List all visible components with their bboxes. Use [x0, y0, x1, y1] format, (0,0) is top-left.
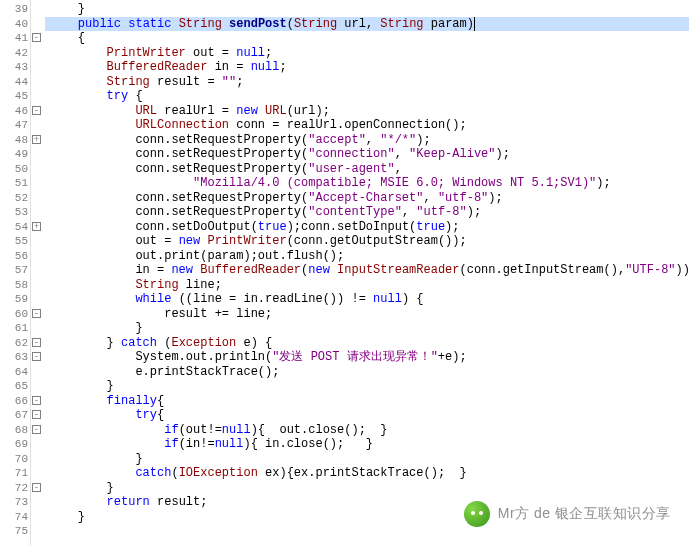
fold-toggle-icon[interactable]: - [32, 309, 41, 318]
line-number: 54 [0, 220, 30, 235]
code-line: try{ [45, 408, 689, 423]
line-number: 72 [0, 481, 30, 496]
fold-toggle-icon[interactable]: - [32, 338, 41, 347]
line-number: 53 [0, 205, 30, 220]
line-number: 74 [0, 510, 30, 525]
line-number: 58 [0, 278, 30, 293]
code-line: try { [45, 89, 689, 104]
code-line: finally{ [45, 394, 689, 409]
line-number: 60 [0, 307, 30, 322]
code-line: } [45, 379, 689, 394]
line-number: 57 [0, 263, 30, 278]
code-line: } [45, 321, 689, 336]
line-number: 50 [0, 162, 30, 177]
code-line: conn.setRequestProperty("connection", "K… [45, 147, 689, 162]
code-line: catch(IOException ex){ex.printStackTrace… [45, 466, 689, 481]
code-line: out = new PrintWriter(conn.getOutputStre… [45, 234, 689, 249]
code-line: { [45, 31, 689, 46]
code-line: out.print(param);out.flush(); [45, 249, 689, 264]
line-number: 47 [0, 118, 30, 133]
code-line: String result = ""; [45, 75, 689, 90]
line-number: 71 [0, 466, 30, 481]
code-line: } [45, 452, 689, 467]
code-line: conn.setRequestProperty("user-agent", [45, 162, 689, 177]
fold-toggle-icon[interactable]: - [32, 33, 41, 42]
code-line: result += line; [45, 307, 689, 322]
line-number: 40 [0, 17, 30, 32]
code-line: } [45, 2, 689, 17]
line-number: 61 [0, 321, 30, 336]
line-number: 69 [0, 437, 30, 452]
line-number: 45 [0, 89, 30, 104]
line-number: 56 [0, 249, 30, 264]
line-number: 70 [0, 452, 30, 467]
fold-toggle-icon[interactable]: - [32, 425, 41, 434]
code-line: String line; [45, 278, 689, 293]
code-line: PrintWriter out = null; [45, 46, 689, 61]
line-number: 44 [0, 75, 30, 90]
line-number: 59 [0, 292, 30, 307]
code-line: URL realUrl = new URL(url); [45, 104, 689, 119]
line-number: 49 [0, 147, 30, 162]
code-line: conn.setRequestProperty("Accept-Charset"… [45, 191, 689, 206]
fold-toggle-icon[interactable]: - [32, 106, 41, 115]
line-number: 64 [0, 365, 30, 380]
code-area[interactable]: } public static String sendPost(String u… [45, 0, 689, 545]
code-line: } [45, 481, 689, 496]
fold-toggle-icon[interactable]: - [32, 352, 41, 361]
line-number: 67 [0, 408, 30, 423]
line-number-gutter: 3940414243444546474849505152535455565758… [0, 0, 31, 545]
wechat-icon [464, 501, 490, 527]
fold-toggle-icon[interactable]: + [32, 135, 41, 144]
code-line: conn.setRequestProperty("contentType", "… [45, 205, 689, 220]
line-number: 46 [0, 104, 30, 119]
line-number: 63 [0, 350, 30, 365]
watermark: Mr方 de 银企互联知识分享 [464, 501, 671, 527]
code-line: public static String sendPost(String url… [45, 17, 689, 32]
line-number: 62 [0, 336, 30, 351]
line-number: 52 [0, 191, 30, 206]
code-line: while ((line = in.readLine()) != null) { [45, 292, 689, 307]
code-line: "Mozilla/4.0 (compatible; MSIE 6.0; Wind… [45, 176, 689, 191]
watermark-text: Mr方 de 银企互联知识分享 [498, 505, 671, 523]
fold-toggle-icon[interactable]: + [32, 222, 41, 231]
fold-toggle-icon[interactable]: - [32, 483, 41, 492]
code-line: conn.setRequestProperty("accept", "*/*")… [45, 133, 689, 148]
fold-toggle-icon[interactable]: - [32, 410, 41, 419]
line-number: 65 [0, 379, 30, 394]
line-number: 39 [0, 2, 30, 17]
line-number: 68 [0, 423, 30, 438]
line-number: 48 [0, 133, 30, 148]
code-line: BufferedReader in = null; [45, 60, 689, 75]
code-line: conn.setDoOutput(true);conn.setDoInput(t… [45, 220, 689, 235]
line-number: 41 [0, 31, 30, 46]
line-number: 42 [0, 46, 30, 61]
code-line: URLConnection conn = realUrl.openConnect… [45, 118, 689, 133]
line-number: 73 [0, 495, 30, 510]
line-number: 43 [0, 60, 30, 75]
line-number: 75 [0, 524, 30, 539]
line-number: 51 [0, 176, 30, 191]
line-number: 66 [0, 394, 30, 409]
code-line: if(out!=null){ out.close(); } [45, 423, 689, 438]
code-line: e.printStackTrace(); [45, 365, 689, 380]
fold-column[interactable]: --++------- [31, 0, 45, 545]
code-line: } catch (Exception e) { [45, 336, 689, 351]
code-line: in = new BufferedReader(new InputStreamR… [45, 263, 689, 278]
code-editor: 3940414243444546474849505152535455565758… [0, 0, 689, 545]
fold-toggle-icon[interactable]: - [32, 396, 41, 405]
code-line: if(in!=null){ in.close(); } [45, 437, 689, 452]
code-line: System.out.println("发送 POST 请求出现异常！"+e); [45, 350, 689, 365]
line-number: 55 [0, 234, 30, 249]
